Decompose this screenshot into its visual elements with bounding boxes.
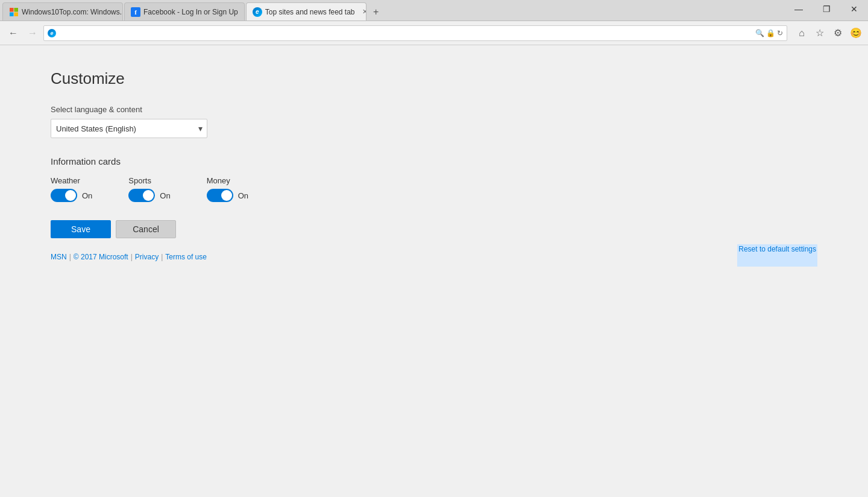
tab-label: Windows10Top.com: Windows... <box>22 8 123 16</box>
weather-toggle-item: Weather On <box>51 176 92 202</box>
search-icon[interactable]: 🔍 <box>755 29 764 37</box>
weather-toggle[interactable] <box>51 189 77 202</box>
tab-bar: Windows10Top.com: Windows... f Facebook … <box>0 0 868 21</box>
minimize-button[interactable]: — <box>785 0 813 18</box>
cancel-button[interactable]: Cancel <box>116 220 176 238</box>
settings-button[interactable]: ⚙ <box>831 26 845 40</box>
toggles-row: Weather On Sports On Money On <box>51 176 817 202</box>
buttons-row: Save Cancel <box>51 220 817 238</box>
money-state: On <box>238 191 248 200</box>
language-select[interactable]: United States (English) United Kingdom (… <box>51 119 207 138</box>
weather-label: Weather <box>51 176 92 185</box>
emoji-button[interactable]: 😊 <box>849 26 863 40</box>
tab-close-button[interactable]: ✕ <box>360 7 366 16</box>
maximize-button[interactable]: ❐ <box>813 0 840 18</box>
back-button[interactable]: ← <box>5 25 22 42</box>
language-label: Select language & content <box>51 105 817 114</box>
tab-top-sites[interactable]: e Top sites and news feed tab ✕ <box>246 2 366 21</box>
sports-toggle[interactable] <box>128 189 155 202</box>
sports-state: On <box>160 191 170 200</box>
terms-link[interactable]: Terms of use <box>165 253 207 261</box>
save-button[interactable]: Save <box>51 220 111 238</box>
privacy-link[interactable]: Privacy <box>135 253 159 261</box>
svg-rect-2 <box>10 12 14 16</box>
tab-windows10top[interactable]: Windows10Top.com: Windows... <box>2 2 123 21</box>
address-input[interactable] <box>58 29 753 37</box>
windows-icon <box>9 7 19 17</box>
tab-facebook[interactable]: f Facebook - Log In or Sign Up <box>124 2 245 21</box>
ie-favicon: e <box>253 7 262 17</box>
footer: MSN | © 2017 Microsoft | Privacy | Terms… <box>51 253 817 261</box>
reset-default-link[interactable]: Reset to default settings <box>737 244 817 267</box>
money-label: Money <box>207 176 248 185</box>
page-title: Customize <box>51 69 817 88</box>
address-bar-container: e 🔍 🔒 ↻ <box>43 25 787 41</box>
navigation-bar: ← → e 🔍 🔒 ↻ ⌂ ☆ ⚙ 😊 <box>0 21 868 45</box>
tab-label: Facebook - Log In or Sign Up <box>143 8 238 16</box>
money-toggle[interactable] <box>207 189 233 202</box>
forward-button[interactable]: → <box>24 25 41 42</box>
money-toggle-item: Money On <box>207 176 248 202</box>
sports-label: Sports <box>128 176 170 185</box>
copyright-text: © 2017 Microsoft <box>74 253 128 261</box>
tab-label: Top sites and news feed tab <box>265 8 355 16</box>
address-bar-favicon: e <box>48 29 56 37</box>
msn-link[interactable]: MSN <box>51 253 67 261</box>
svg-rect-0 <box>10 8 14 12</box>
home-button[interactable]: ⌂ <box>794 26 809 40</box>
close-button[interactable]: ✕ <box>840 0 868 18</box>
new-tab-button[interactable]: + <box>368 4 385 21</box>
favorites-button[interactable]: ☆ <box>813 26 827 40</box>
language-select-wrapper: United States (English) United Kingdom (… <box>51 119 207 138</box>
refresh-icon[interactable]: ↻ <box>777 29 783 37</box>
lock-icon: 🔒 <box>766 29 775 37</box>
svg-rect-3 <box>14 12 19 16</box>
facebook-favicon: f <box>131 7 140 17</box>
sports-toggle-item: Sports On <box>128 176 170 202</box>
svg-rect-1 <box>14 8 19 12</box>
page-content: Customize Select language & content Unit… <box>0 45 868 497</box>
weather-state: On <box>82 191 92 200</box>
info-cards-title: Information cards <box>51 156 817 166</box>
